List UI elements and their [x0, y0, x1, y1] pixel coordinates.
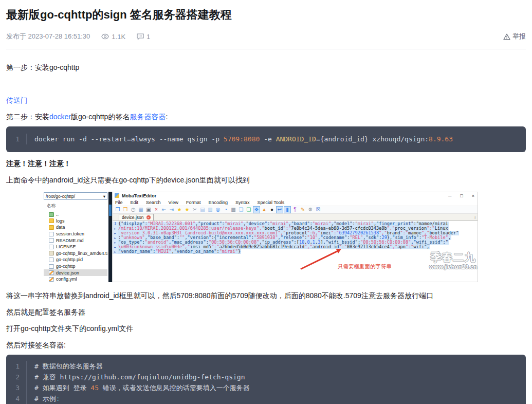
new-file-icon: ❐	[115, 207, 121, 213]
file-icon	[49, 232, 54, 236]
view-count-value: 1.1K	[112, 33, 125, 41]
editor-window-title: MobaTextEditor	[122, 193, 156, 198]
indent-icon: ⇥	[169, 207, 175, 213]
report-label: 举报	[512, 32, 526, 41]
folder-icon	[49, 225, 54, 230]
file-item: go-cqhttp	[44, 263, 107, 270]
menu-file: File	[115, 200, 123, 205]
watermark-url: www.jichun29.cn	[428, 264, 478, 270]
file-item: ..	[44, 211, 107, 218]
report-button[interactable]: 举报	[503, 32, 526, 41]
embedded-screenshot-image[interactable]: /root/go-cqhttp/ ▾ 名称 ..logsdatasession.…	[44, 192, 478, 282]
file-list: ..logsdatasession.tokenREADME.mdLICENSEg…	[44, 211, 107, 283]
file-item: config.yml	[44, 276, 107, 283]
close-icon: ×	[472, 193, 474, 198]
annotation-caption: 只需要框里面的字符串	[338, 263, 392, 270]
code-block-yaml: 1# 数据包的签名服务器2# 兼容 https://github.com/fuq…	[6, 355, 526, 404]
notice-paragraph: 注意！注意！注意！	[6, 159, 526, 169]
open-folder-icon: ❒	[122, 207, 129, 213]
replace-paragraph: 将这一串字符串放替换到android_id框里就可以，然后5709:8080前面…	[6, 291, 526, 301]
file-icon	[49, 258, 54, 262]
sign-server-link[interactable]: 服务器容器	[130, 113, 166, 121]
portal-link[interactable]: 传送门	[6, 96, 28, 104]
config-paragraph: 然后就是配置签名服务器	[6, 307, 526, 317]
meta-row: 发布于 2023-07-28 16:51:30 1.1K 1 举报	[6, 32, 526, 41]
code-line: 2# 兼容 https://github.com/fuqiuluo/unidbg…	[6, 372, 526, 382]
connect-paragraph: 然后对接签名容器:	[6, 340, 526, 350]
warning-icon	[503, 33, 510, 40]
maximize-icon: □	[460, 193, 463, 198]
file-icon	[49, 238, 54, 243]
code-line: 4# 示例:	[6, 393, 526, 404]
code-block-docker: 1docker run -d --restart=always --name q…	[6, 126, 526, 152]
menu-view: View	[169, 200, 178, 205]
panel-divider	[108, 192, 112, 282]
copy-icon: ▤	[199, 207, 206, 213]
editor-tab-bar: device.json ×	[113, 214, 478, 221]
page-title: 最新版go-cqhttp的sign 签名服务器搭建教程	[6, 0, 526, 23]
file-item: LICENSE	[44, 244, 107, 250]
search-icon: ◎	[215, 207, 221, 213]
file-item: session.token	[44, 231, 107, 237]
open-config-paragraph: 打开go-cqhttp文件夹下的config.yml文件	[6, 324, 526, 334]
docker-link[interactable]: docker	[49, 113, 71, 121]
chevron-down-icon: ▾	[103, 194, 105, 199]
save-icon: ▦	[138, 207, 144, 213]
menu-syntax: Syntax	[235, 200, 250, 205]
menu-encoding: Encoding	[208, 200, 228, 205]
mobatexteditor-app-icon	[115, 193, 119, 198]
menu-special-tools: Special Tools	[257, 200, 284, 205]
step2-suffix: :	[166, 113, 168, 121]
file-item: device.json	[44, 269, 107, 276]
comment-count-value: 1	[146, 33, 150, 41]
editor-titlebar: MobaTextEditor ─ □ ×	[113, 192, 478, 199]
pilcrow-icon: ¶	[292, 207, 298, 213]
folder-up-icon	[49, 212, 54, 217]
close-file-icon: ×	[153, 207, 159, 213]
file-item: logs	[44, 218, 107, 225]
file-icon	[49, 245, 54, 249]
replace-icon: ◔	[223, 207, 229, 213]
cursor-icon: ▮	[284, 207, 290, 213]
code-line: 1# 数据包的签名服务器	[6, 361, 526, 372]
menu-edit: Edit	[131, 200, 139, 205]
step1-paragraph: 第一步：安装go-cqhttp	[6, 63, 526, 72]
editor-code: 1{"display":"MIRAI.522368.001","product"…	[113, 222, 459, 254]
view-count: 1.1K	[101, 33, 125, 41]
comment-count: 1	[137, 33, 150, 41]
portal-paragraph: 传送门	[6, 96, 526, 105]
window-controls: ─ □ ×	[448, 193, 474, 198]
watermark-name: 季春二九	[428, 251, 478, 264]
editor-toolbar: ❐❒◷▦▣×⇤⇥★★✂▤▥◎◔▩❏❏❖▲●↩▮¶✎⚙☒	[113, 206, 478, 214]
bookmark-icon: ★	[176, 207, 182, 213]
archive-icon	[49, 251, 54, 255]
menu-format: Format	[186, 200, 201, 205]
menu-search: Search	[146, 200, 161, 205]
step2-paragraph: 第二步：安装docker版go-cqhttp的签名服务器容器:	[6, 112, 526, 122]
bookmark-all-icon: ★	[184, 207, 190, 213]
highlight-icon: ❖	[253, 207, 260, 213]
undo-icon: ↩	[277, 207, 283, 213]
header-divider	[6, 49, 526, 49]
minimize-icon: ─	[448, 193, 451, 198]
apple-icon: ●	[269, 207, 275, 213]
file-item: go-cqhttp_linux_amd64.tar.gz	[44, 250, 107, 257]
edit-icon	[49, 277, 54, 282]
watermark: 季春二九 www.jichun29.cn	[428, 251, 478, 270]
step2-middle: 版go-cqhttp的签名	[71, 113, 130, 121]
editor-line: ►"vendor_name":"MIUI","vendor_os_name":"…	[113, 249, 459, 254]
editor-menubar: FileEditSearchViewFormatEncodingSyntaxSp…	[113, 199, 478, 206]
tab-close-icon: ×	[146, 215, 151, 219]
file-item: go-cqhttp.pid	[44, 256, 107, 263]
code-line: 3# 如果遇到 登录 45 错误，或者发送信息风控的话需要填入一个服务器	[6, 382, 526, 393]
folder-icon	[49, 218, 54, 223]
history-icon: ◷	[130, 207, 136, 213]
scroll-down-icon: ↓	[474, 215, 476, 219]
android-id-paragraph: 上面命令中的android_id这只需要在go-cqhttp下的device.j…	[6, 175, 526, 185]
print-icon: ▣	[145, 207, 152, 213]
paste-icon: ▥	[207, 207, 213, 213]
close-box-icon: ☒	[315, 207, 321, 213]
article-page: 最新版go-cqhttp的sign 签名服务器搭建教程 发布于 2023-07-…	[0, 0, 532, 404]
window-icon: ❏	[238, 207, 244, 213]
path-value: /root/go-cqhttp/	[46, 194, 75, 199]
